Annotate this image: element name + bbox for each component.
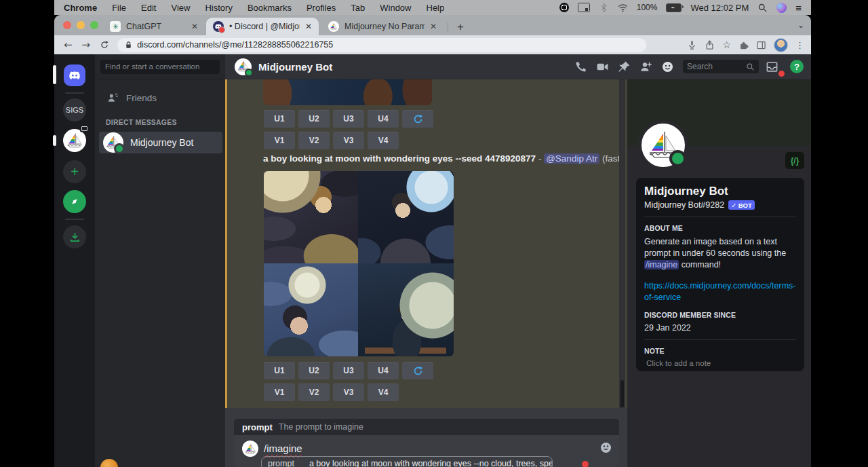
download-apps-button[interactable] (63, 225, 86, 248)
tab-close-icon[interactable]: ✕ (191, 22, 198, 31)
channel-avatar (235, 58, 252, 75)
url-field[interactable]: discord.com/channels/@me/112828885506221… (117, 38, 646, 52)
browser-menu-icon[interactable]: ⋮ (795, 40, 804, 50)
generated-image-grid[interactable] (264, 171, 454, 356)
compass-icon (68, 195, 81, 208)
voice-call-button[interactable] (574, 60, 587, 73)
profile-card: Midjourney Bot Midjourney Bot#9282 ✓ BOT… (636, 178, 804, 371)
sidebar-item-friends[interactable]: Friends (100, 88, 220, 107)
bluetooth-icon[interactable] (599, 3, 609, 13)
grid-image-2[interactable] (358, 171, 454, 263)
back-button[interactable]: ← (64, 39, 73, 51)
variation-button-v1[interactable]: V1 (264, 132, 295, 149)
upscale-button-u4[interactable]: U4 (368, 110, 399, 128)
spotlight-search-icon[interactable] (757, 3, 768, 13)
emoji-picker-button[interactable] (599, 441, 612, 454)
discord-home-button[interactable] (64, 64, 85, 86)
grid-image-1[interactable] (264, 171, 358, 263)
control-center-icon[interactable]: ≡ (795, 3, 802, 13)
conversation-search-input[interactable]: Find or start a conversation (100, 60, 220, 74)
menu-item-window[interactable]: Window (380, 3, 411, 13)
variation-button-v4[interactable]: V4 (368, 132, 399, 149)
add-server-button[interactable]: + (63, 160, 86, 183)
side-panel-icon[interactable] (756, 40, 766, 50)
upscale-button-u1[interactable]: U1 (264, 362, 295, 379)
menu-item-view[interactable]: View (171, 3, 190, 13)
battery-icon: ⌁ (666, 3, 682, 12)
new-tab-button[interactable]: + (457, 20, 464, 34)
share-icon[interactable] (705, 40, 715, 50)
chat-scrollbar-track[interactable] (619, 79, 625, 408)
terms-of-service-link[interactable]: https://docs.midjourney.com/docs/terms-o… (644, 280, 796, 303)
menu-app-name[interactable]: Chrome (64, 3, 97, 13)
header-search-box[interactable]: Search (683, 60, 759, 73)
prompt-option-input[interactable]: prompt a boy looking at moon with wonder… (261, 456, 553, 467)
pinned-messages-button[interactable] (618, 60, 631, 73)
upscale-button-u1[interactable]: U1 (264, 110, 295, 128)
display-icon[interactable] (578, 3, 590, 12)
upscale-button-u4[interactable]: U4 (368, 362, 399, 379)
extensions-puzzle-icon[interactable] (738, 40, 749, 50)
reload-button[interactable] (100, 40, 109, 50)
tab-chatgpt[interactable]: ✳ ChatGPT ✕ (103, 18, 205, 35)
menu-item-bookmarks[interactable]: Bookmarks (248, 3, 292, 13)
tab-close-icon[interactable]: ✕ (430, 22, 437, 31)
chat-scrollbar-thumb[interactable] (620, 380, 624, 407)
window-zoom-button[interactable] (90, 21, 98, 29)
user-mention[interactable]: @Sandip Atr (544, 153, 599, 164)
variation-button-v2[interactable]: V2 (298, 384, 330, 401)
menu-clock[interactable]: Wed 12:02 PM (690, 3, 749, 13)
variation-button-v1[interactable]: V1 (264, 384, 295, 401)
menu-item-file[interactable]: File (112, 3, 126, 13)
help-button[interactable]: ? (790, 60, 804, 73)
screen-record-stop-icon[interactable] (559, 3, 569, 12)
question-mark-icon: ? (794, 62, 800, 72)
forward-button[interactable]: → (82, 39, 91, 51)
upscale-button-u3[interactable]: U3 (333, 110, 364, 128)
member-since-header: DISCORD MEMBER SINCE (644, 311, 796, 319)
slash-command-text[interactable]: /imagine (264, 443, 302, 454)
server-icon-sigs[interactable]: SIGS (63, 98, 86, 122)
bookmark-star-icon[interactable]: ☆ (722, 40, 731, 50)
video-call-button[interactable] (596, 60, 609, 73)
user-profile-toggle-button[interactable] (661, 60, 674, 73)
window-minimize-button[interactable] (77, 21, 85, 29)
tab-search-chevron-icon[interactable]: ⌄ (797, 20, 804, 30)
variation-button-v3[interactable]: V3 (333, 384, 364, 401)
upscale-button-u2[interactable]: U2 (298, 110, 330, 128)
tab-discord-active[interactable]: • Discord | @Midjourney Bot ✕ (206, 18, 319, 35)
dm-section-header[interactable]: DIRECT MESSAGES (106, 118, 177, 126)
tab-midjourney-no-parameter[interactable]: Midjourney No Parameter ✕ (321, 18, 443, 35)
menu-item-tab[interactable]: Tab (351, 3, 365, 13)
imagine-command-chip[interactable]: /imagine (644, 260, 679, 269)
note-input[interactable]: Click to add a note (646, 359, 796, 367)
menu-item-help[interactable]: Help (427, 3, 445, 13)
supports-commands-badge[interactable]: {/} (785, 152, 804, 169)
window-close-button[interactable] (63, 21, 71, 29)
rail-midjourney-avatar[interactable] (63, 129, 86, 152)
siri-icon[interactable] (776, 3, 787, 13)
grid-image-4[interactable] (358, 263, 454, 356)
menu-item-edit[interactable]: Edit (141, 3, 156, 13)
upscale-button-u2[interactable]: U2 (298, 362, 330, 379)
menu-item-profiles[interactable]: Profiles (307, 3, 336, 13)
grid-image-3[interactable] (264, 263, 358, 356)
variation-button-v2[interactable]: V2 (298, 132, 330, 149)
upscale-button-u3[interactable]: U3 (333, 362, 364, 379)
menu-item-history[interactable]: History (205, 3, 232, 13)
explore-servers-button[interactable] (63, 190, 86, 213)
variation-button-v4[interactable]: V4 (368, 384, 399, 401)
slash-commands-icon: {/} (791, 156, 800, 166)
rerun-button[interactable] (402, 110, 433, 128)
mic-icon[interactable] (687, 40, 697, 50)
variation-button-v3[interactable]: V3 (333, 132, 364, 149)
inbox-button[interactable] (766, 60, 778, 73)
browser-profile-avatar[interactable] (774, 38, 788, 52)
generated-image-partial[interactable] (263, 79, 432, 105)
wifi-icon[interactable] (618, 3, 628, 13)
add-friends-to-dm-button[interactable] (639, 60, 652, 73)
about-text: Generate an image based on a text prompt… (644, 237, 786, 258)
dm-item-midjourney-bot[interactable]: Midjourney Bot (99, 132, 222, 153)
rerun-button[interactable] (402, 362, 433, 379)
tab-close-icon[interactable]: ✕ (305, 22, 312, 31)
